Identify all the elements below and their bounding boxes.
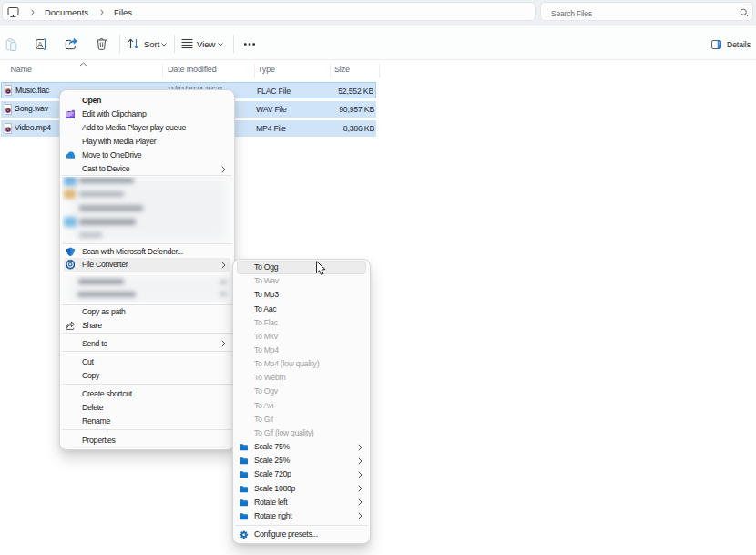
svg-text:A: A <box>37 40 43 49</box>
